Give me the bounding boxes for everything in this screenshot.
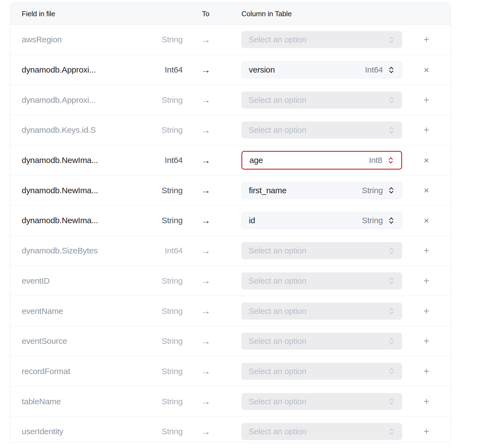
header-to: To (183, 10, 229, 18)
add-mapping-button[interactable]: + (420, 275, 433, 287)
column-select[interactable]: Select an option (241, 92, 402, 109)
select-value: first_name (249, 186, 286, 195)
add-mapping-button[interactable]: + (420, 34, 433, 46)
column-select[interactable]: Select an option (241, 423, 402, 440)
arrow-right-icon: → (183, 366, 229, 377)
row-action-cell: × (402, 185, 451, 196)
column-select[interactable]: versionInt64 (241, 61, 402, 78)
arrow-right-icon: → (183, 65, 229, 75)
arrow-right-icon: → (183, 396, 229, 407)
remove-mapping-button[interactable]: × (420, 215, 433, 226)
field-name: recordFormat (10, 367, 143, 376)
column-select[interactable]: Select an option (241, 303, 402, 320)
unfold-more-icon (388, 216, 395, 225)
unfold-more-icon (388, 427, 395, 436)
field-name: eventID (10, 276, 143, 286)
unfold-more-icon (388, 35, 395, 44)
column-select[interactable]: Select an option (241, 363, 402, 380)
field-name: dynamodb.NewIma... (10, 156, 143, 165)
field-type: String (143, 367, 183, 376)
row-action-cell: + (402, 245, 451, 257)
unfold-more-icon (388, 337, 395, 345)
select-placeholder: Select an option (249, 336, 306, 346)
add-mapping-button[interactable]: + (420, 305, 433, 317)
row-action-cell: + (402, 94, 451, 106)
select-placeholder: Select an option (249, 306, 306, 316)
select-placeholder: Select an option (249, 246, 306, 255)
select-right-group (388, 247, 395, 255)
column-select[interactable]: Select an option (241, 31, 402, 48)
select-placeholder: Select an option (249, 276, 306, 286)
field-mapping-table: Field in file To Column in Table awsRegi… (10, 3, 451, 443)
add-mapping-button[interactable]: + (420, 425, 433, 438)
row-action-cell: + (402, 275, 451, 287)
select-right-group: String (362, 216, 395, 225)
field-type: String (143, 306, 183, 316)
field-type: String (143, 186, 183, 195)
table-row: eventSourceString→Select an option+ (10, 326, 451, 356)
row-action-cell: × (402, 64, 451, 76)
column-select[interactable]: first_nameString (241, 182, 402, 199)
column-select[interactable]: Select an option (241, 272, 402, 289)
field-type: String (143, 216, 183, 225)
column-select[interactable]: Select an option (241, 333, 402, 350)
unfold-more-icon (388, 66, 395, 74)
field-type: String (143, 336, 183, 346)
field-type: String (143, 276, 183, 286)
field-type: String (143, 427, 183, 436)
add-mapping-button[interactable]: + (420, 245, 433, 257)
add-mapping-button[interactable]: + (420, 94, 433, 106)
select-placeholder: Select an option (249, 367, 306, 376)
arrow-right-icon: → (183, 245, 229, 256)
row-action-cell: + (402, 124, 451, 136)
select-right-group (388, 397, 395, 406)
select-right-group (388, 337, 395, 345)
column-select[interactable]: Select an option (241, 242, 402, 259)
field-type: Int64 (143, 65, 183, 74)
column-select[interactable]: idString (241, 212, 402, 229)
table-row: awsRegionString→Select an option+ (10, 25, 451, 55)
header-column-in-table: Column in Table (241, 10, 402, 18)
field-name: dynamodb.Keys.id.S (10, 125, 143, 135)
add-mapping-button[interactable]: + (420, 335, 433, 347)
row-action-cell: × (402, 215, 451, 226)
add-mapping-button[interactable]: + (420, 396, 433, 408)
add-mapping-button[interactable]: + (420, 365, 433, 377)
arrow-right-icon: → (183, 34, 229, 45)
row-action-cell: + (402, 365, 451, 377)
row-action-cell: + (402, 335, 451, 347)
remove-mapping-button[interactable]: × (420, 185, 433, 196)
unfold-more-icon (388, 367, 395, 375)
arrow-right-icon: → (183, 185, 229, 196)
remove-mapping-button[interactable]: × (420, 155, 433, 166)
select-placeholder: Select an option (249, 95, 306, 105)
select-right-group: Int8 (369, 156, 394, 165)
select-right-group (388, 307, 395, 315)
field-name: tableName (10, 397, 143, 406)
select-type-label: String (362, 186, 383, 195)
field-type: Int64 (143, 156, 183, 165)
arrow-right-icon: → (183, 95, 229, 105)
select-placeholder: Select an option (249, 397, 306, 406)
arrow-right-icon: → (183, 306, 229, 316)
select-value: age (249, 156, 263, 165)
remove-mapping-button[interactable]: × (420, 64, 433, 76)
field-name: dynamodb.SizeBytes (10, 246, 143, 255)
unfold-more-icon (387, 156, 394, 165)
select-placeholder: Select an option (249, 35, 306, 44)
select-right-group: String (362, 186, 395, 195)
select-right-group: Int64 (365, 65, 395, 74)
table-row: recordFormatString→Select an option+ (10, 356, 451, 386)
unfold-more-icon (388, 276, 395, 285)
add-mapping-button[interactable]: + (420, 124, 433, 136)
select-value: id (249, 216, 255, 225)
select-type-label: Int8 (369, 156, 382, 165)
column-select[interactable]: Select an option (241, 393, 402, 410)
field-name: dynamodb.NewIma... (10, 216, 143, 225)
arrow-right-icon: → (183, 155, 229, 166)
column-select[interactable]: Select an option (241, 121, 402, 139)
table-row: userIdentityString→Select an option+ (10, 416, 451, 443)
unfold-more-icon (388, 186, 395, 195)
column-select[interactable]: ageInt8 (241, 151, 402, 170)
arrow-right-icon: → (183, 426, 229, 437)
